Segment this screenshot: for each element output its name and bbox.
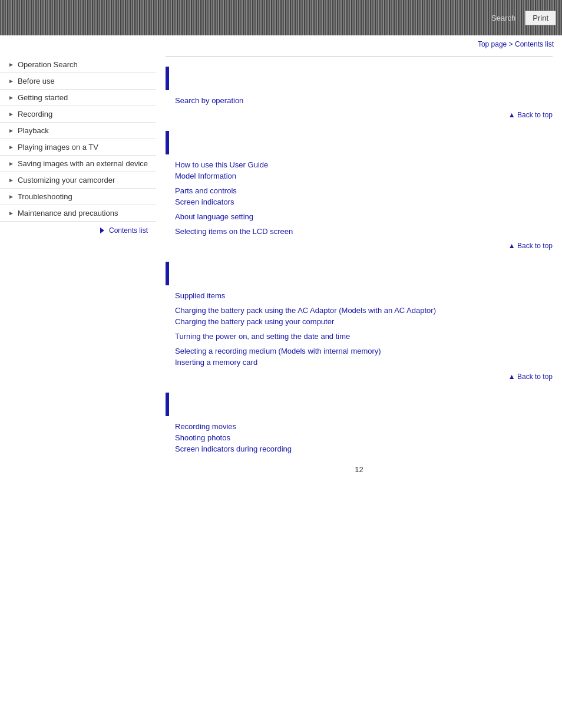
link-supplied-items[interactable]: Supplied items xyxy=(175,291,553,300)
link-selecting-items[interactable]: Selecting items on the LCD screen xyxy=(175,227,553,236)
page-number: 12 xyxy=(166,465,553,474)
section-header-getting-started xyxy=(166,262,553,285)
link-group: Parts and controls Screen indicators xyxy=(175,186,553,206)
link-inserting-card[interactable]: Inserting a memory card xyxy=(175,358,553,367)
sidebar-item-label: Operation Search xyxy=(18,60,150,69)
sidebar-item-customizing[interactable]: ► Customizing your camcorder xyxy=(0,172,156,189)
sidebar-item-label: Maintenance and precautions xyxy=(18,209,150,218)
link-recording-movies[interactable]: Recording movies xyxy=(175,422,553,431)
back-to-top-2[interactable]: Back to top xyxy=(166,242,553,250)
link-parts-controls[interactable]: Parts and controls xyxy=(175,186,553,195)
link-about-language[interactable]: About language setting xyxy=(175,212,553,221)
back-to-top-3[interactable]: Back to top xyxy=(166,373,553,381)
breadcrumb: Top page > Contents list xyxy=(0,35,562,51)
link-screen-indicators[interactable]: Screen indicators xyxy=(175,197,553,206)
sidebar-item-getting-started[interactable]: ► Getting started xyxy=(0,90,156,106)
back-to-top-1[interactable]: Back to top xyxy=(166,111,553,119)
chevron-right-icon: ► xyxy=(8,111,14,117)
link-group: Turning the power on, and setting the da… xyxy=(175,332,553,341)
link-group: Recording movies Shooting photos Screen … xyxy=(175,422,553,453)
sidebar-item-troubleshooting[interactable]: ► Troubleshooting xyxy=(0,189,156,205)
section-body-operation-search: Search by operation xyxy=(166,96,553,105)
link-group: Supplied items xyxy=(175,291,553,300)
link-group: How to use this User Guide Model Informa… xyxy=(175,160,553,180)
breadcrumb-separator: > xyxy=(507,40,515,48)
link-screen-indicators-recording[interactable]: Screen indicators during recording xyxy=(175,444,553,453)
sidebar-item-label: Before use xyxy=(18,77,150,85)
link-group: About language setting xyxy=(175,212,553,221)
link-how-to-use[interactable]: How to use this User Guide xyxy=(175,160,553,169)
sidebar: ► Operation Search ► Before use ► Gettin… xyxy=(0,51,156,492)
link-group: Charging the battery pack using the AC A… xyxy=(175,306,553,326)
section-before-use: How to use this User Guide Model Informa… xyxy=(166,131,553,250)
chevron-right-icon: ► xyxy=(8,160,14,167)
link-charging-ac[interactable]: Charging the battery pack using the AC A… xyxy=(175,306,553,315)
link-turning-power[interactable]: Turning the power on, and setting the da… xyxy=(175,332,553,341)
contents-list-link[interactable]: Contents list xyxy=(0,222,156,239)
sidebar-item-label: Getting started xyxy=(18,93,150,102)
sidebar-item-recording[interactable]: ► Recording xyxy=(0,106,156,123)
chevron-right-icon: ► xyxy=(8,94,14,101)
section-bar xyxy=(166,131,169,154)
section-getting-started: Supplied items Charging the battery pack… xyxy=(166,262,553,381)
contents-list-label: Contents list xyxy=(109,226,148,235)
section-bar xyxy=(166,67,169,90)
header: Search Print xyxy=(0,0,562,35)
section-recording: Recording movies Shooting photos Screen … xyxy=(166,393,553,453)
chevron-right-icon: ► xyxy=(8,78,14,84)
chevron-right-icon: ► xyxy=(8,144,14,150)
sidebar-item-before-use[interactable]: ► Before use xyxy=(0,73,156,90)
link-group: Search by operation xyxy=(175,96,553,105)
link-group: Selecting a recording medium (Models wit… xyxy=(175,347,553,367)
chevron-right-icon: ► xyxy=(8,193,14,200)
chevron-right-icon: ► xyxy=(8,177,14,183)
sidebar-item-label: Playback xyxy=(18,126,150,135)
chevron-right-icon: ► xyxy=(8,61,14,68)
print-button[interactable]: Print xyxy=(525,11,556,25)
chevron-right-icon: ► xyxy=(8,127,14,134)
link-group: Selecting items on the LCD screen xyxy=(175,227,553,236)
sidebar-item-maintenance[interactable]: ► Maintenance and precautions xyxy=(0,205,156,222)
sidebar-item-saving-images[interactable]: ► Saving images with an external device xyxy=(0,156,156,172)
main-content: Search by operation Back to top How to u… xyxy=(156,51,562,492)
section-body-recording: Recording movies Shooting photos Screen … xyxy=(166,422,553,453)
breadcrumb-contents-link[interactable]: Contents list xyxy=(515,40,554,48)
link-search-by-operation[interactable]: Search by operation xyxy=(175,96,553,105)
link-charging-computer[interactable]: Charging the battery pack using your com… xyxy=(175,317,553,326)
sidebar-item-label: Customizing your camcorder xyxy=(18,176,150,185)
search-button[interactable]: Search xyxy=(484,11,523,25)
sidebar-item-label: Recording xyxy=(18,110,150,118)
top-divider xyxy=(166,57,553,57)
page-layout: ► Operation Search ► Before use ► Gettin… xyxy=(0,51,562,492)
link-model-information[interactable]: Model Information xyxy=(175,172,553,180)
section-header-recording xyxy=(166,393,553,416)
sidebar-item-operation-search[interactable]: ► Operation Search xyxy=(0,57,156,73)
chevron-right-icon: ► xyxy=(8,210,14,216)
sidebar-item-label: Playing images on a TV xyxy=(18,143,150,151)
section-operation-search: Search by operation Back to top xyxy=(166,67,553,119)
link-shooting-photos[interactable]: Shooting photos xyxy=(175,433,553,442)
header-buttons: Search Print xyxy=(484,11,556,25)
sidebar-item-playback[interactable]: ► Playback xyxy=(0,123,156,139)
section-body-getting-started: Supplied items Charging the battery pack… xyxy=(166,291,553,367)
sidebar-item-label: Saving images with an external device xyxy=(18,159,150,168)
sidebar-item-label: Troubleshooting xyxy=(18,192,150,201)
breadcrumb-top-link[interactable]: Top page xyxy=(478,40,507,48)
section-header-before-use xyxy=(166,131,553,154)
arrow-right-icon xyxy=(100,228,104,233)
section-header-operation-search xyxy=(166,67,553,90)
section-bar xyxy=(166,393,169,416)
section-bar xyxy=(166,262,169,285)
sidebar-item-playing-images[interactable]: ► Playing images on a TV xyxy=(0,139,156,156)
link-selecting-medium[interactable]: Selecting a recording medium (Models wit… xyxy=(175,347,553,355)
section-body-before-use: How to use this User Guide Model Informa… xyxy=(166,160,553,236)
